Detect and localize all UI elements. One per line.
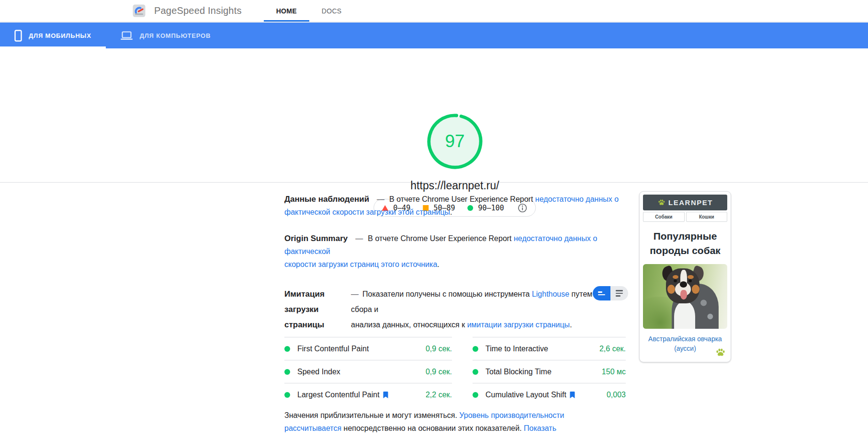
- app-header: PageSpeed Insights HOME DOCS: [0, 0, 868, 22]
- brand: PageSpeed Insights: [133, 4, 242, 17]
- lighthouse-link[interactable]: Lighthouse: [532, 290, 569, 298]
- metric-name: Speed Index: [297, 368, 340, 376]
- site-brand: LEARNPET: [668, 198, 713, 207]
- metric-row-fcp: First Contentful Paint 0,9 сек.: [284, 337, 452, 360]
- tab-mobile-label: ДЛЯ МОБИЛЬНЫХ: [29, 32, 91, 39]
- lab-data-heading: Имитация загрузки страницы: [284, 287, 351, 333]
- tab-docs[interactable]: DOCS: [309, 0, 354, 22]
- field-data-line2: фактической скорости загрузки этой стран…: [284, 206, 629, 219]
- metric-status-dot: [473, 346, 478, 352]
- field-data-link[interactable]: недостаточно данных о: [535, 195, 619, 203]
- field-data-link-cont[interactable]: фактической скорости загрузки этой стран…: [284, 208, 450, 216]
- metric-name: Total Blocking Time: [485, 368, 552, 376]
- metric-value: 0,003: [607, 391, 626, 399]
- metric-name: Time to Interactive: [485, 345, 548, 353]
- device-tab-bar: ДЛЯ МОБИЛЬНЫХ ДЛЯ КОМПЬЮТЕРОВ: [0, 23, 868, 48]
- metric-status-dot: [284, 369, 290, 375]
- metric-value: 150 мс: [602, 368, 626, 376]
- tab-desktop-label: ДЛЯ КОМПЬЮТЕРОВ: [140, 32, 211, 39]
- metric-status-dot: [473, 369, 478, 375]
- metric-row-speed-index: Speed Index 0,9 сек.: [284, 360, 452, 383]
- paw-icon: [715, 347, 726, 358]
- site-header: LEARNPET: [643, 195, 727, 210]
- origin-summary-link-cont[interactable]: скорости загрузки страниц этого источник…: [284, 260, 437, 268]
- expanded-view-button[interactable]: [610, 286, 628, 300]
- lab-data-line2: анализа данных, относящихся к имитации з…: [351, 317, 600, 333]
- site-title: Популярные породы собак: [643, 229, 727, 258]
- bookmark-icon: [383, 391, 389, 399]
- metric-status-dot: [473, 392, 478, 398]
- lab-data-section: Имитация загрузки страницы —Показатели п…: [284, 287, 629, 333]
- metric-value: 0,9 сек.: [426, 345, 452, 353]
- performance-score-link[interactable]: Уровень производительности: [459, 411, 564, 419]
- site-nav-cats: Кошки: [686, 212, 728, 222]
- score-section: 97 https://learnpet.ru/ 0–49 50–89 90–10…: [0, 48, 868, 183]
- origin-summary-section: Origin Summary—В отчете Chrome User Expe…: [284, 232, 629, 271]
- origin-summary-heading: Origin Summary: [284, 234, 348, 243]
- condensed-view-button[interactable]: [593, 286, 610, 300]
- metric-status-dot: [284, 392, 290, 398]
- origin-summary-line1: Origin Summary—В отчете Chrome User Expe…: [284, 232, 629, 258]
- footnote-line2: рассчитывается непосредственно на основа…: [284, 422, 591, 439]
- field-data-line1: Данные наблюдений—В отчете Chrome User E…: [284, 193, 629, 206]
- paw-icon: [657, 198, 665, 207]
- footnote-line1: Значения приблизительные и могут изменят…: [284, 409, 591, 422]
- metric-name: Cumulative Layout Shift: [485, 391, 566, 399]
- origin-summary-line2: скорости загрузки страниц этого источник…: [284, 258, 629, 271]
- page-screenshot-thumbnail[interactable]: LEARNPET Собаки Кошки Популярные породы …: [639, 191, 731, 362]
- dash: —: [351, 290, 359, 298]
- score-value: 97: [427, 113, 483, 170]
- site-nav-dogs: Собаки: [643, 212, 685, 222]
- metric-value: 2,2 сек.: [426, 391, 452, 399]
- analyzed-url: https://learnpet.ru/: [410, 179, 499, 192]
- pagespeed-insights-page: PageSpeed Insights HOME DOCS ДЛЯ МОБИЛЬН…: [0, 0, 868, 439]
- bookmark-icon: [569, 391, 575, 399]
- metric-row-lcp: Largest Contentful Paint 2,2 сек.: [284, 383, 452, 406]
- metric-value: 0,9 сек.: [426, 368, 452, 376]
- tab-desktop[interactable]: ДЛЯ КОМПЬЮТЕРОВ: [106, 23, 225, 48]
- dash: —: [355, 234, 363, 243]
- lab-data-description: —Показатели получены с помощью инструмен…: [351, 287, 600, 333]
- metrics-column-left: First Contentful Paint 0,9 сек. Speed In…: [284, 337, 452, 406]
- header-tabs: HOME DOCS: [264, 0, 354, 22]
- metric-name: First Contentful Paint: [297, 345, 369, 353]
- field-data-section: Данные наблюдений—В отчете Chrome User E…: [284, 193, 629, 219]
- metrics-column-right: Time to Interactive 2,6 сек. Total Block…: [473, 337, 626, 406]
- metric-row-cls: Cumulative Layout Shift 0,003: [473, 383, 626, 406]
- pagespeed-logo-icon: [133, 4, 146, 17]
- laptop-icon: [120, 31, 133, 40]
- condensed-view-icon: [598, 291, 605, 295]
- metric-value: 2,6 сек.: [599, 345, 626, 353]
- simulated-load-link[interactable]: имитации загрузки страницы: [467, 321, 570, 329]
- site-nav: Собаки Кошки: [643, 212, 727, 222]
- field-data-heading: Данные наблюдений: [284, 195, 369, 204]
- smartphone-icon: [14, 30, 22, 42]
- metric-name: Largest Contentful Paint: [297, 391, 380, 399]
- dash: —: [377, 195, 384, 203]
- lab-data-line1: —Показатели получены с помощью инструмен…: [351, 287, 600, 317]
- expanded-view-icon: [616, 290, 623, 297]
- metric-row-tbt: Total Blocking Time 150 мс: [473, 360, 626, 383]
- performance-score-link-cont[interactable]: рассчитывается: [284, 424, 341, 432]
- metric-status-dot: [284, 346, 290, 352]
- tab-mobile[interactable]: ДЛЯ МОБИЛЬНЫХ: [0, 23, 106, 48]
- dog-photo: [643, 264, 727, 329]
- performance-score-gauge: 97: [427, 113, 483, 170]
- metrics-view-toggle: [593, 286, 628, 300]
- app-title: PageSpeed Insights: [154, 5, 242, 16]
- metric-row-tti: Time to Interactive 2,6 сек.: [473, 337, 626, 360]
- tab-home[interactable]: HOME: [264, 0, 309, 22]
- metrics-footnote: Значения приблизительные и могут изменят…: [284, 409, 591, 439]
- metrics-table: First Contentful Paint 0,9 сек. Speed In…: [284, 337, 626, 406]
